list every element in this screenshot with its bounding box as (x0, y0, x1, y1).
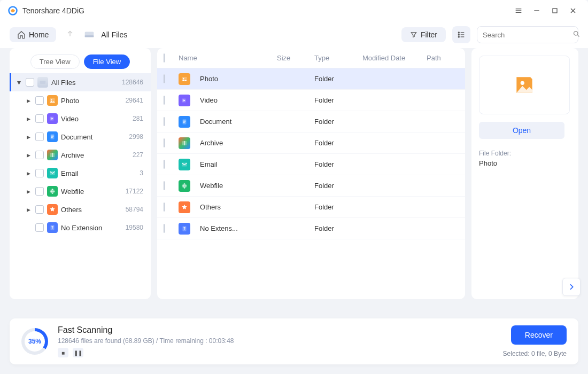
tree-item-photo[interactable]: ▸Photo29641 (10, 91, 151, 110)
tree-item-label: Webfile (61, 188, 126, 196)
row-checkbox[interactable] (164, 202, 165, 212)
table-row[interactable]: VideoFolder (157, 90, 465, 111)
table-row[interactable]: EmailFolder (157, 154, 465, 175)
tree-item-noext[interactable]: ?No Extension19580 (10, 219, 151, 237)
column-path[interactable]: Path (427, 54, 459, 62)
checkbox[interactable] (35, 169, 44, 177)
webfile-icon (179, 180, 190, 192)
scan-status: 128646 files are found (68.89 GB) / Time… (58, 337, 234, 345)
row-type: Folder (314, 118, 362, 126)
column-modified[interactable]: Modified Date (362, 54, 427, 62)
checkbox[interactable] (35, 114, 44, 123)
table-row[interactable]: PhotoFolder (157, 68, 465, 90)
checkbox[interactable] (35, 151, 44, 159)
column-size[interactable]: Size (277, 54, 314, 62)
row-checkbox[interactable] (164, 74, 165, 83)
expand-icon[interactable]: ▸ (25, 96, 32, 105)
tree-item-doc[interactable]: ▸Document2998 (10, 128, 151, 146)
checkbox[interactable] (35, 96, 44, 105)
row-name: Document (200, 118, 231, 126)
titlebar: Tenorshare 4DDiG (0, 0, 588, 21)
table-row[interactable]: DocumentFolder (157, 111, 465, 133)
expand-icon[interactable]: ▸ (25, 114, 32, 123)
svg-rect-18 (40, 81, 46, 84)
row-name: Others (200, 203, 221, 211)
checkbox[interactable] (35, 133, 44, 141)
tree-item-label: No Extension (61, 224, 126, 232)
expand-icon[interactable]: ▸ (25, 151, 32, 159)
maximize-button[interactable] (547, 3, 562, 18)
tree-item-archive[interactable]: ▸Archive227 (10, 146, 151, 164)
tab-file-view[interactable]: File View (84, 54, 130, 69)
menu-button[interactable] (511, 3, 526, 18)
filter-icon (410, 31, 417, 38)
next-button[interactable] (562, 278, 581, 296)
tree-item-webfile[interactable]: ▸Webfile17122 (10, 182, 151, 200)
doc-icon (179, 116, 190, 128)
column-name[interactable]: Name (179, 54, 277, 62)
row-checkbox[interactable] (164, 160, 165, 169)
tree-item-video[interactable]: ▸Video281 (10, 110, 151, 128)
search-field[interactable] (477, 26, 578, 43)
checkbox[interactable] (35, 205, 44, 214)
row-checkbox[interactable] (164, 181, 165, 190)
tree-item-others[interactable]: ▸Others58794 (10, 200, 151, 219)
expand-icon[interactable]: ▸ (25, 169, 32, 177)
svg-point-10 (458, 32, 459, 33)
stop-button[interactable]: ■ (58, 348, 68, 357)
table-row[interactable]: WebfileFolder (157, 175, 465, 197)
tree-item-email[interactable]: ▸Email3 (10, 164, 151, 182)
checkbox[interactable] (26, 78, 34, 87)
table-row[interactable]: ?No Extens...Folder (157, 218, 465, 239)
collapse-icon[interactable]: ▾ (15, 78, 22, 87)
checkbox[interactable] (35, 187, 44, 196)
list-view-icon (457, 30, 466, 39)
tab-tree-view[interactable]: Tree View (30, 54, 80, 69)
select-all-checkbox[interactable] (164, 53, 165, 63)
view-toggle-button[interactable] (452, 26, 470, 43)
tree-item-count: 19580 (126, 224, 143, 231)
home-button[interactable]: Home (10, 27, 56, 42)
filter-label: Filter (421, 30, 437, 39)
home-label: Home (29, 30, 49, 39)
tree-item-label: Others (61, 206, 126, 214)
row-type: Folder (314, 75, 362, 83)
checkbox[interactable] (35, 223, 44, 232)
expand-icon[interactable]: ▸ (25, 187, 32, 196)
svg-rect-5 (553, 9, 557, 13)
row-checkbox[interactable] (164, 224, 165, 233)
home-icon (17, 30, 26, 39)
app-title: Tenorshare 4DDiG (22, 6, 84, 15)
photo-icon (179, 73, 190, 85)
search-input[interactable] (483, 31, 572, 39)
table-header: Name Size Type Modified Date Path (157, 48, 465, 68)
tree-item-all-files[interactable]: ▾ All Files 128646 (10, 73, 151, 91)
noext-icon: ? (179, 223, 190, 235)
row-name: Photo (200, 75, 218, 83)
row-type: Folder (314, 203, 362, 211)
column-type[interactable]: Type (314, 54, 362, 62)
minimize-button[interactable] (529, 3, 544, 18)
up-button[interactable] (63, 29, 78, 40)
row-name: Email (200, 160, 218, 168)
sidebar: Tree View File View ▾ All Files 128646 ▸… (10, 48, 151, 299)
filter-button[interactable]: Filter (401, 27, 446, 42)
svg-rect-38 (184, 141, 184, 145)
row-checkbox[interactable] (164, 96, 165, 105)
close-button[interactable] (566, 3, 581, 18)
recover-button[interactable]: Recover (511, 325, 567, 345)
expand-icon[interactable]: ▸ (25, 205, 32, 214)
expand-icon[interactable]: ▸ (25, 133, 32, 141)
up-arrow-icon (66, 29, 74, 38)
tree-item-label: Photo (61, 97, 126, 105)
tree-item-label: Video (61, 115, 133, 123)
table-body: PhotoFolderVideoFolderDocumentFolderArch… (157, 68, 465, 299)
row-checkbox[interactable] (164, 138, 165, 147)
breadcrumb-label[interactable]: All Files (101, 30, 127, 39)
table-row[interactable]: OthersFolder (157, 197, 465, 218)
row-checkbox[interactable] (164, 117, 165, 126)
pause-button[interactable]: ❚❚ (73, 348, 83, 357)
toolbar: Home All Files Filter (0, 21, 588, 48)
open-button[interactable]: Open (479, 122, 564, 139)
table-row[interactable]: ArchiveFolder (157, 133, 465, 154)
